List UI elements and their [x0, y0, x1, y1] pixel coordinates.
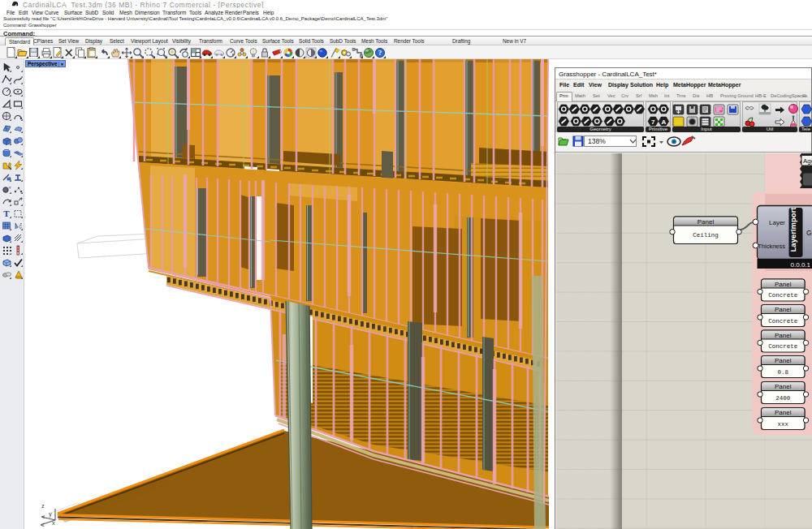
svg-text:Ceiling: Ceiling	[693, 232, 719, 239]
svg-text:Panel: Panel	[775, 383, 792, 390]
svg-text:0.8: 0.8	[777, 369, 788, 376]
svg-text:Panel: Panel	[775, 281, 792, 288]
svg-text:0.0.0.1: 0.0.0.1	[791, 261, 811, 269]
svg-text:xxx: xxx	[777, 421, 788, 428]
svg-text:A: A	[661, 118, 666, 126]
svg-text:Layer: Layer	[769, 219, 785, 226]
svg-text:z: z	[41, 502, 45, 510]
svg-text:Panel: Panel	[698, 218, 715, 226]
svg-text:Concrete: Concrete	[768, 292, 797, 299]
svg-text:LayerImport: LayerImport	[788, 207, 797, 252]
svg-text:Concrete: Concrete	[768, 318, 797, 325]
svg-text:Concrete: Concrete	[768, 343, 797, 350]
svg-text:Thickness: Thickness	[758, 243, 785, 250]
svg-text:Panel: Panel	[775, 332, 792, 339]
svg-text:Agg: Agg	[803, 157, 812, 165]
svg-text:Panel: Panel	[775, 306, 792, 313]
svg-text:7: 7	[651, 118, 655, 126]
svg-text:Panel: Panel	[775, 357, 792, 364]
svg-text:x: x	[52, 519, 55, 527]
svg-text:Panel: Panel	[775, 409, 792, 416]
svg-text:Ge: Ge	[806, 229, 812, 237]
svg-text:?: ?	[378, 49, 382, 57]
svg-text:138%: 138%	[588, 137, 606, 145]
svg-text:2400: 2400	[775, 395, 791, 402]
svg-text:y: y	[49, 510, 52, 518]
svg-text:T: T	[3, 209, 10, 218]
